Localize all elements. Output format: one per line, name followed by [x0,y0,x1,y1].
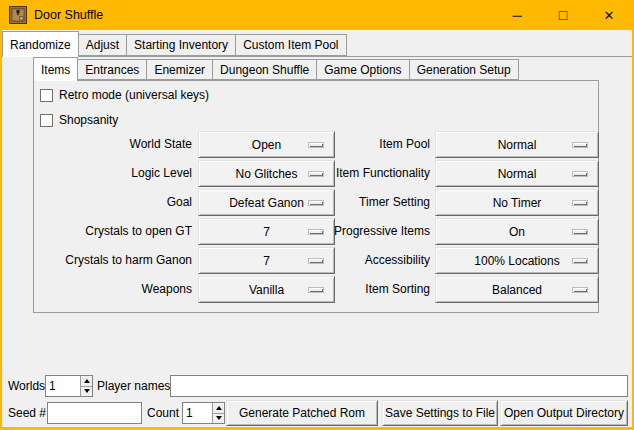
tab-adjust[interactable]: Adjust [78,34,127,56]
shopsanity-checkbox[interactable] [40,114,53,127]
logic-level-label: Logic Level [34,160,192,187]
tab-starting-inventory[interactable]: Starting Inventory [126,34,236,56]
seed-label: Seed # [8,402,46,424]
item-pool-label: Item Pool [244,131,430,158]
sub-tab-bar: Items Entrances Enemizer Dungeon Shuffle… [33,57,518,81]
worlds-stepper [45,375,93,397]
generate-patched-rom-button[interactable]: Generate Patched Rom [226,400,378,426]
tab-items[interactable]: Items [33,57,78,81]
dropdown-indicator-icon [572,171,588,177]
tab-dungeon-shuffle[interactable]: Dungeon Shuffle [212,59,317,80]
item-pool-value: Normal [498,138,537,152]
tab-entrances[interactable]: Entrances [77,59,147,80]
player-names-input[interactable] [170,375,628,397]
weapons-label: Weapons [34,276,192,303]
count-down-icon[interactable] [212,413,224,424]
tab-randomize[interactable]: Randomize [2,31,79,57]
maximize-icon[interactable]: □ [540,0,586,30]
item-pool-dropdown[interactable]: Normal [435,131,599,158]
worlds-input[interactable] [46,376,80,396]
timer-setting-value: No Timer [493,196,542,210]
window-title: Door Shuffle [34,0,103,30]
save-settings-button[interactable]: Save Settings to File [382,400,498,426]
item-functionality-value: Normal [498,167,537,181]
dropdown-indicator-icon [572,287,588,293]
goal-label: Goal [34,189,192,216]
tab-custom-item-pool[interactable]: Custom Item Pool [235,34,346,56]
player-names-label: Player names [97,375,170,397]
seed-input[interactable] [47,402,142,424]
shopsanity-label: Shopsanity [59,113,118,127]
worlds-label: Worlds [8,375,45,397]
dropdown-indicator-icon [572,258,588,264]
item-sorting-value: Balanced [492,283,542,297]
timer-setting-dropdown[interactable]: No Timer [435,189,599,216]
retro-mode-checkbox[interactable] [40,89,53,102]
timer-setting-label: Timer Setting [244,189,430,216]
close-icon[interactable]: ✕ [586,0,632,30]
app-door-icon [9,6,27,24]
progressive-items-dropdown[interactable]: On [435,218,599,245]
crystals-gt-label: Crystals to open GT [34,218,192,245]
progressive-items-value: On [509,225,525,239]
count-stepper [182,402,225,424]
accessibility-value: 100% Locations [474,254,559,268]
accessibility-dropdown[interactable]: 100% Locations [435,247,599,274]
open-output-directory-button[interactable]: Open Output Directory [500,400,628,426]
tab-enemizer[interactable]: Enemizer [146,59,213,80]
worlds-up-icon[interactable] [80,376,92,386]
main-tab-bar: Randomize Adjust Starting Inventory Cust… [2,31,346,57]
dropdown-indicator-icon [572,142,588,148]
count-label: Count [147,402,179,424]
items-panel: Retro mode (universal keys) Shopsanity W… [33,80,599,313]
progressive-items-label: Progressive Items [244,218,430,245]
notebook-pane-border [2,56,632,57]
dropdown-indicator-icon [572,200,588,206]
window-controls: ─ □ ✕ [494,0,632,30]
retro-mode-label: Retro mode (universal keys) [59,88,209,102]
crystals-ganon-label: Crystals to harm Ganon [34,247,192,274]
count-input[interactable] [183,403,212,423]
tab-game-options[interactable]: Game Options [316,59,409,80]
item-sorting-label: Item Sorting [244,276,430,303]
item-sorting-dropdown[interactable]: Balanced [435,276,599,303]
accessibility-label: Accessibility [244,247,430,274]
minimize-icon[interactable]: ─ [494,0,540,30]
tab-generation-setup[interactable]: Generation Setup [409,59,519,80]
titlebar[interactable]: Door Shuffle ─ □ ✕ [0,0,634,30]
item-functionality-dropdown[interactable]: Normal [435,160,599,187]
count-up-icon[interactable] [212,403,224,413]
door-shuffle-window: Door Shuffle ─ □ ✕ Randomize Adjust Star… [0,0,634,430]
retro-mode-option: Retro mode (universal keys) [40,88,209,102]
worlds-down-icon[interactable] [80,386,92,397]
world-state-label: World State [34,131,192,158]
item-functionality-label: Item Functionality [244,160,430,187]
dropdown-indicator-icon [572,229,588,235]
shopsanity-option: Shopsanity [40,113,118,127]
